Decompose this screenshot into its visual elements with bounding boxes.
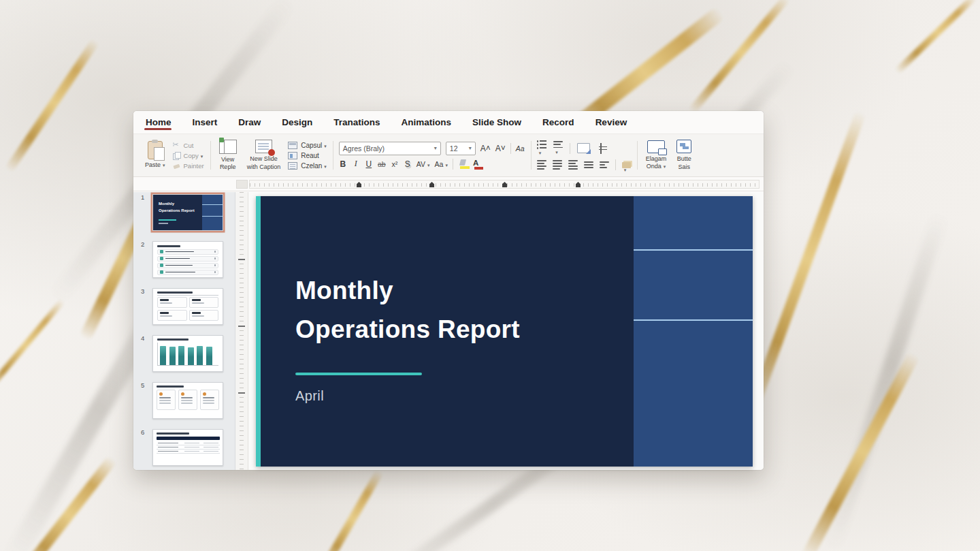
tab-insert[interactable]: Insert: [191, 117, 219, 133]
slide-with-caption-button[interactable]: New Slide with Caption: [244, 138, 284, 173]
decrease-font-button[interactable]: A˅: [495, 144, 506, 153]
new-slide-button[interactable]: View Reple: [216, 138, 240, 174]
font-row-1: Agres (Braly) ▾ 12 ▾ A˄ A˅ Aa: [339, 142, 525, 155]
mini-kpi-card: [189, 310, 219, 321]
thumbnail-slide-2[interactable]: 2: [152, 241, 225, 278]
font-name-select[interactable]: Agres (Braly) ▾: [339, 142, 441, 155]
increase-font-button[interactable]: A˄: [480, 144, 491, 153]
mini-table-row: [157, 450, 220, 454]
bullets-button[interactable]: [537, 140, 547, 156]
tab-design[interactable]: Design: [280, 117, 314, 133]
font-name-value: Agres (Braly): [343, 144, 385, 153]
reset-button[interactable]: Reaut: [288, 152, 327, 159]
thumbnail-slide-5[interactable]: 5: [152, 382, 225, 419]
thumbnail-slide-6[interactable]: 6: [152, 429, 225, 466]
build-slide-label-line2: Sais: [678, 163, 690, 170]
superscript-button[interactable]: x²: [391, 160, 399, 168]
numbering-button[interactable]: [553, 141, 563, 155]
thumbnail-3-preview[interactable]: [152, 288, 223, 325]
new-slide-label-line2: Reple: [220, 163, 236, 170]
character-spacing-button[interactable]: AV: [416, 160, 430, 168]
align-text-button[interactable]: [597, 143, 605, 154]
thumbnail-4-preview[interactable]: [152, 335, 223, 372]
caption-slide-label-line1: New Slide: [250, 155, 278, 162]
text-smudge: [165, 265, 193, 266]
slide-number: 3: [141, 287, 144, 295]
clear-formatting-button[interactable]: Aa: [516, 144, 525, 153]
format-painter-button[interactable]: Painter: [173, 162, 204, 170]
tab-home[interactable]: Home: [144, 117, 173, 133]
text-direction-icon[interactable]: [577, 143, 590, 153]
tab-transitions[interactable]: Tranations: [332, 117, 381, 133]
diagram-cards-button[interactable]: Elagam Onda: [643, 138, 670, 173]
bullet-line: [537, 147, 547, 149]
section-button[interactable]: Czelan: [288, 162, 327, 170]
change-case-button[interactable]: Aa: [435, 160, 448, 168]
align-center-button[interactable]: [553, 160, 562, 170]
mini-card-row: [157, 390, 219, 410]
highlight-color-button[interactable]: [458, 159, 468, 169]
thumbnail-1-preview[interactable]: Monthly Operations Report: [152, 194, 223, 231]
tab-draw[interactable]: Draw: [237, 117, 262, 133]
mini-title-line2: Operations Report: [159, 208, 195, 212]
layout-button[interactable]: Capsul: [288, 142, 327, 149]
tab-review[interactable]: Review: [594, 117, 629, 133]
panel-line: [634, 249, 753, 251]
text-smudge: [165, 251, 194, 253]
paragraph-row-2: [537, 159, 631, 170]
font-controls: Agres (Braly) ▾ 12 ▾ A˄ A˅ Aa B: [339, 142, 525, 170]
underline-button[interactable]: U: [365, 159, 373, 169]
text-shadow-button[interactable]: S: [404, 159, 412, 169]
gold-vein: [5, 38, 99, 173]
build-slide-button[interactable]: Butte Sais: [674, 138, 694, 173]
tab-record[interactable]: Record: [541, 117, 576, 133]
indent-marker[interactable]: [429, 182, 434, 187]
mini-dot: [214, 264, 216, 266]
justify-button[interactable]: [584, 161, 593, 168]
cut-button[interactable]: Cut: [173, 142, 204, 149]
tab-slide-show[interactable]: Slide Show: [471, 117, 523, 133]
section-icon: [288, 162, 297, 170]
mini-bar: [206, 347, 212, 365]
bold-button[interactable]: B: [339, 159, 347, 169]
indent-marker[interactable]: [576, 182, 581, 187]
mini-subtitle-bar: [159, 223, 168, 224]
indent-marker[interactable]: [502, 182, 507, 187]
reset-icon: [288, 152, 297, 159]
copy-label: Copy: [184, 152, 203, 159]
align-right-button[interactable]: [568, 160, 578, 170]
clipboard-small-buttons: Cut Copy Painter: [173, 142, 204, 170]
painter-label: Painter: [184, 162, 204, 170]
thumbnail-slide-1[interactable]: 1 Monthly Operations Report: [152, 194, 225, 231]
columns-button[interactable]: [600, 161, 609, 168]
slide-subtitle[interactable]: April: [295, 388, 324, 404]
text-smudge: [165, 258, 190, 259]
thumbnail-2-preview[interactable]: [152, 241, 223, 278]
thumbnail-slide-4[interactable]: 4: [152, 335, 225, 372]
paste-button[interactable]: Paste: [142, 139, 168, 171]
paragraph-group: [531, 136, 637, 174]
ruler-mark: [238, 392, 245, 394]
font-size-select[interactable]: 12 ▾: [446, 142, 476, 155]
mini-list-icon: [160, 250, 163, 253]
thumbnail-5-preview[interactable]: [152, 382, 223, 419]
tab-animations[interactable]: Animations: [400, 117, 453, 133]
strikethrough-button[interactable]: ab: [378, 160, 386, 168]
thumbnail-6-preview[interactable]: [152, 429, 223, 466]
current-slide[interactable]: Monthly Operations Report April: [256, 196, 753, 467]
slide-title[interactable]: Monthly Operations Report: [295, 271, 520, 349]
font-color-button[interactable]: A: [473, 159, 478, 170]
mini-list-icon: [160, 270, 163, 274]
thumbnail-slide-3[interactable]: 3: [152, 288, 225, 325]
slide-canvas[interactable]: Monthly Operations Report April: [248, 192, 764, 470]
diagram-cards-label-line2: Onda: [647, 163, 666, 170]
section-label: Czelan: [301, 162, 327, 170]
arrange-icon[interactable]: [622, 162, 631, 168]
italic-button[interactable]: I: [352, 159, 360, 169]
copy-button[interactable]: Copy: [173, 152, 204, 159]
align-left-button[interactable]: [537, 160, 546, 170]
slide-number: 1: [141, 193, 144, 201]
new-slide-icon: [219, 140, 237, 154]
indent-marker[interactable]: [357, 182, 361, 187]
mini-bar: [169, 347, 176, 365]
